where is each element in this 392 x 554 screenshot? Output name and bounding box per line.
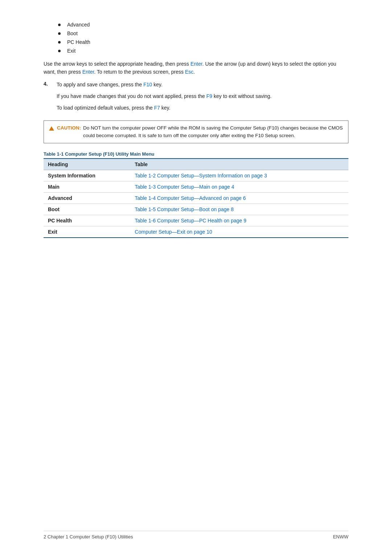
list-item-label: PC Health xyxy=(67,39,90,45)
table-cell-heading: Advanced xyxy=(44,192,130,204)
table-cell-link: Table 1-3 Computer Setup—Main on page 4 xyxy=(130,181,348,192)
step-number: 4. xyxy=(44,81,57,115)
step4-line3: To load optimized default values, press … xyxy=(57,104,348,112)
list-item-label: Advanced xyxy=(67,22,90,28)
table-row: AdvancedTable 1-4 Computer Setup—Advance… xyxy=(44,192,348,204)
f10-link[interactable]: F10 xyxy=(143,82,152,87)
step4-text6: key. xyxy=(160,105,171,111)
para-text-3: . To return to the previous screen, pres… xyxy=(94,69,185,75)
table-header-row: Heading Table xyxy=(44,159,348,170)
f9-link[interactable]: F9 xyxy=(207,93,212,99)
table-link-0[interactable]: Table 1-2 Computer Setup—System Informat… xyxy=(135,173,267,178)
caution-text: Do NOT turn the computer power OFF while… xyxy=(83,124,343,139)
list-item-label: Exit xyxy=(67,48,75,54)
table-row: ExitComputer Setup—Exit on page 10 xyxy=(44,226,348,238)
enter1-link[interactable]: Enter xyxy=(191,61,203,67)
table-cell-heading: System Information xyxy=(44,170,130,181)
table-row: BootTable 1-5 Computer Setup—Boot on pag… xyxy=(44,204,348,215)
table-row: PC HealthTable 1-6 Computer Setup—PC Hea… xyxy=(44,215,348,226)
step4-text5: To load optimized default values, press … xyxy=(57,105,154,111)
bullet-list: Advanced Boot PC Health Exit xyxy=(44,22,348,54)
footer-left: 2 Chapter 1 Computer Setup (F10) Utiliti… xyxy=(44,534,133,539)
col-table: Table xyxy=(130,159,348,170)
list-item-label: Boot xyxy=(67,30,78,36)
list-item-advanced: Advanced xyxy=(58,22,348,28)
esc-link[interactable]: Esc xyxy=(185,69,193,75)
bullet-dot xyxy=(58,24,61,26)
table-link-3[interactable]: Table 1-5 Computer Setup—Boot on page 8 xyxy=(135,206,233,212)
list-item-boot: Boot xyxy=(58,30,348,36)
step4-text4: key to exit without saving. xyxy=(212,93,271,99)
table-cell-link: Table 1-5 Computer Setup—Boot on page 8 xyxy=(130,204,348,215)
step-4: 4. To apply and save changes, press the … xyxy=(44,81,348,115)
table-cell-heading: PC Health xyxy=(44,215,130,226)
table-title: Table 1-1 Computer Setup (F10) Utility M… xyxy=(44,151,348,159)
table-container: Table 1-1 Computer Setup (F10) Utility M… xyxy=(44,151,348,238)
bullet-dot xyxy=(58,32,61,35)
table-cell-heading: Boot xyxy=(44,204,130,215)
col-heading: Heading xyxy=(44,159,130,170)
table-row: MainTable 1-3 Computer Setup—Main on pag… xyxy=(44,181,348,192)
footer-right: ENWW xyxy=(333,534,348,539)
enter2-link[interactable]: Enter xyxy=(82,69,94,75)
step4-line1: To apply and save changes, press the F10… xyxy=(57,81,348,89)
table-link-1[interactable]: Table 1-3 Computer Setup—Main on page 4 xyxy=(135,184,234,190)
caution-label: CAUTION: xyxy=(49,124,81,132)
para-text-end: . xyxy=(193,69,195,75)
page-footer: 2 Chapter 1 Computer Setup (F10) Utiliti… xyxy=(44,531,348,539)
table-link-2[interactable]: Table 1-4 Computer Setup—Advanced on pag… xyxy=(135,195,246,201)
table-link-4[interactable]: Table 1-6 Computer Setup—PC Health on pa… xyxy=(135,218,246,223)
table-cell-link: Table 1-2 Computer Setup—System Informat… xyxy=(130,170,348,181)
table-cell-heading: Exit xyxy=(44,226,130,238)
step4-line2: If you have made changes that you do not… xyxy=(57,93,348,100)
bullet-dot xyxy=(58,50,61,52)
table-cell-heading: Main xyxy=(44,181,130,192)
table-cell-link: Computer Setup—Exit on page 10 xyxy=(130,226,348,238)
step-content: To apply and save changes, press the F10… xyxy=(57,81,348,115)
list-item-pchealth: PC Health xyxy=(58,39,348,45)
list-item-exit: Exit xyxy=(58,48,348,54)
step4-text3: If you have made changes that you do not… xyxy=(57,93,207,99)
table-row: System InformationTable 1-2 Computer Set… xyxy=(44,170,348,181)
f7-link[interactable]: F7 xyxy=(154,105,160,111)
caution-triangle-icon xyxy=(49,126,54,131)
table-link-5[interactable]: Computer Setup—Exit on page 10 xyxy=(135,229,212,235)
page: Advanced Boot PC Health Exit Use the arr… xyxy=(0,0,392,554)
main-menu-table: Heading Table System InformationTable 1-… xyxy=(44,159,348,238)
navigation-paragraph: Use the arrow keys to select the appropr… xyxy=(44,60,348,76)
step4-text1: To apply and save changes, press the xyxy=(57,82,143,87)
table-cell-link: Table 1-6 Computer Setup—PC Health on pa… xyxy=(130,215,348,226)
table-cell-link: Table 1-4 Computer Setup—Advanced on pag… xyxy=(130,192,348,204)
bullet-dot xyxy=(58,41,61,44)
step4-text2: key. xyxy=(152,82,163,87)
para-text-1: Use the arrow keys to select the appropr… xyxy=(44,61,191,67)
caution-box: CAUTION: Do NOT turn the computer power … xyxy=(44,120,348,143)
